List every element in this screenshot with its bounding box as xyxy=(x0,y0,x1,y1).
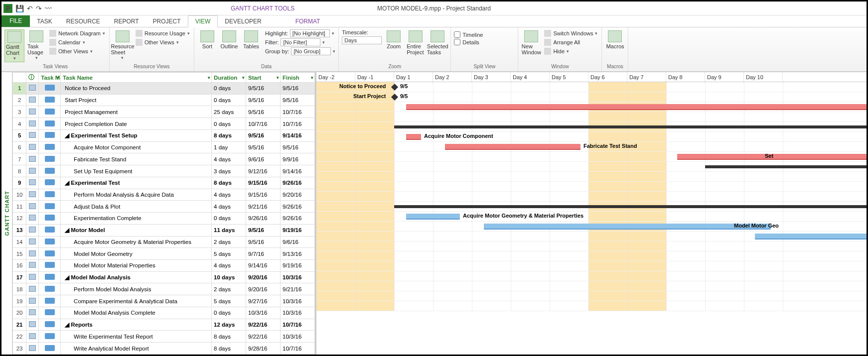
col-name[interactable]: Task Name▾ xyxy=(61,73,212,83)
finish-cell[interactable]: 9/5/16 xyxy=(281,83,315,95)
duration-cell[interactable]: 8 days xyxy=(212,177,246,189)
gantt-row[interactable]: Acquire Motor Component xyxy=(316,132,867,142)
row-number[interactable]: 2 xyxy=(13,94,26,106)
task-usage-button[interactable]: Task Usage▾ xyxy=(26,29,46,61)
start-cell[interactable]: 9/6/16 xyxy=(246,153,281,165)
duration-cell[interactable]: 2 days xyxy=(212,283,246,295)
duration-cell[interactable]: 11 days xyxy=(212,224,246,236)
start-cell[interactable]: 9/5/16 xyxy=(246,129,281,141)
save-icon[interactable]: 💾 xyxy=(15,4,24,12)
tab-resource[interactable]: RESOURCE xyxy=(59,16,107,27)
entire-project-button[interactable]: Entire Project xyxy=(406,29,426,56)
finish-cell[interactable]: 10/3/16 xyxy=(281,331,315,343)
duration-cell[interactable]: 0 days xyxy=(212,213,246,225)
table-row[interactable]: 15Model Motor Geometry5 days9/7/169/13/1… xyxy=(13,248,315,260)
row-number[interactable]: 16 xyxy=(13,260,26,272)
row-number[interactable]: 1 xyxy=(13,83,26,95)
row-number[interactable]: 8 xyxy=(13,165,26,177)
task-name-cell[interactable]: Project Management xyxy=(61,106,212,118)
finish-cell[interactable]: 9/26/16 xyxy=(281,201,315,213)
task-name-cell[interactable]: Adjust Data & Plot xyxy=(61,201,212,213)
task-name-cell[interactable]: Write Analytical Model Report xyxy=(61,343,212,355)
table-row[interactable]: 14Acquire Motor Geometry & Material Prop… xyxy=(13,236,315,248)
table-row[interactable]: 23Write Analytical Model Report8 days9/2… xyxy=(13,343,315,355)
table-row[interactable]: 2Start Project0 days9/5/169/5/16 xyxy=(13,94,315,106)
finish-cell[interactable]: 9/9/16 xyxy=(281,153,315,165)
table-row[interactable]: 13◢ Motor Model11 days9/5/169/19/16 xyxy=(13,224,315,236)
other-resource-views-button[interactable]: Other Views ▾ xyxy=(135,38,191,46)
start-cell[interactable]: 9/28/16 xyxy=(246,343,281,355)
resource-sheet-button[interactable]: Resource Sheet▾ xyxy=(113,29,133,61)
task-name-cell[interactable]: Acquire Motor Geometry & Material Proper… xyxy=(61,236,212,248)
row-number[interactable]: 22 xyxy=(13,331,26,343)
task-name-cell[interactable]: Perform Modal Analysis & Acquire Data xyxy=(61,189,212,201)
gantt-row[interactable]: Acquire Motor Geometry & Material Proper… xyxy=(316,212,867,222)
duration-cell[interactable]: 25 days xyxy=(212,106,246,118)
gantt-row[interactable] xyxy=(316,291,867,301)
gantt-row[interactable] xyxy=(316,301,867,311)
gantt-row[interactable] xyxy=(316,112,867,122)
duration-cell[interactable]: 12 days xyxy=(212,319,246,331)
gantt-row[interactable] xyxy=(316,102,867,112)
duration-cell[interactable]: 0 days xyxy=(212,307,246,319)
gantt-row[interactable] xyxy=(316,122,867,132)
duration-cell[interactable]: 8 days xyxy=(212,129,246,141)
tab-view[interactable]: VIEW xyxy=(188,15,218,27)
task-name-cell[interactable]: Experimentation Complete xyxy=(61,213,212,225)
table-row[interactable]: 10Perform Modal Analysis & Acquire Data4… xyxy=(13,189,315,201)
gantt-bar[interactable] xyxy=(755,234,867,239)
undo-icon[interactable]: ↶ xyxy=(27,4,33,12)
finish-cell[interactable]: 9/20/16 xyxy=(281,189,315,201)
gantt-bar[interactable] xyxy=(406,104,867,110)
gantt-row[interactable] xyxy=(316,172,867,182)
row-number[interactable]: 21 xyxy=(13,319,26,331)
table-row[interactable]: 4Project Completion Date0 days10/7/1610/… xyxy=(13,118,315,130)
start-cell[interactable]: 10/3/16 xyxy=(246,307,281,319)
duration-cell[interactable]: 4 days xyxy=(212,189,246,201)
finish-cell[interactable]: 9/14/16 xyxy=(281,165,315,177)
row-number[interactable]: 19 xyxy=(13,295,26,307)
tab-task[interactable]: TASK xyxy=(30,16,59,27)
start-cell[interactable]: 9/7/16 xyxy=(246,248,281,260)
start-cell[interactable]: 9/5/16 xyxy=(246,106,281,118)
group-combo[interactable]: [No Group] xyxy=(291,47,331,55)
gantt-row[interactable]: Notice to Proceed9/5 xyxy=(316,82,867,92)
finish-cell[interactable]: 9/6/16 xyxy=(281,236,315,248)
finish-cell[interactable]: 10/7/16 xyxy=(281,118,315,130)
timeline-checkbox[interactable]: Timeline xyxy=(454,31,483,38)
finish-cell[interactable]: 9/21/16 xyxy=(281,283,315,295)
app-icon[interactable]: P xyxy=(3,4,12,13)
table-row[interactable]: 12Experimentation Complete0 days9/26/169… xyxy=(13,213,315,225)
task-name-cell[interactable]: ◢ Experimental Test Setup xyxy=(61,129,212,141)
start-cell[interactable]: 9/27/16 xyxy=(246,295,281,307)
task-name-cell[interactable]: Project Completion Date xyxy=(61,118,212,130)
table-row[interactable]: 19Compare Experimental & Analytical Data… xyxy=(13,295,315,307)
finish-cell[interactable]: 9/26/16 xyxy=(281,177,315,189)
duration-cell[interactable]: 2 days xyxy=(212,236,246,248)
duration-cell[interactable]: 5 days xyxy=(212,248,246,260)
calendar-button[interactable]: Calendar ▾ xyxy=(48,38,106,46)
row-number[interactable]: 20 xyxy=(13,307,26,319)
duration-cell[interactable]: 8 days xyxy=(212,331,246,343)
table-row[interactable]: 7Fabricate Test Stand4 days9/6/169/9/16 xyxy=(13,153,315,165)
table-row[interactable]: 22Write Experimental Test Report8 days9/… xyxy=(13,331,315,343)
finish-cell[interactable]: 9/13/16 xyxy=(281,248,315,260)
finish-cell[interactable]: 10/3/16 xyxy=(281,271,315,283)
table-row[interactable]: 18Perform Model Modal Analysis2 days9/20… xyxy=(13,283,315,295)
gantt-bar[interactable] xyxy=(406,214,460,220)
details-checkbox[interactable]: Details xyxy=(454,39,483,45)
task-name-cell[interactable]: Model Modal Analysis Complete xyxy=(61,307,212,319)
table-row[interactable]: 20Model Modal Analysis Complete0 days10/… xyxy=(13,307,315,319)
row-number[interactable]: 6 xyxy=(13,141,26,153)
row-number[interactable]: 7 xyxy=(13,153,26,165)
start-cell[interactable]: 9/22/16 xyxy=(246,319,281,331)
gantt-chart-button[interactable]: Gantt Chart▾ xyxy=(4,29,24,62)
task-name-cell[interactable]: Notice to Proceed xyxy=(61,83,212,95)
finish-cell[interactable]: 10/3/16 xyxy=(281,307,315,319)
col-duration[interactable]: Duration▾ xyxy=(212,73,246,83)
task-name-cell[interactable]: ◢ Reports xyxy=(61,319,212,331)
duration-cell[interactable]: 5 days xyxy=(212,295,246,307)
finish-cell[interactable]: 9/19/16 xyxy=(281,260,315,272)
hide-button[interactable]: Hide ▾ xyxy=(543,47,598,55)
task-grid[interactable]: ⓘ Task Mode▾ Task Name▾ Duration▾ Start▾… xyxy=(12,72,316,355)
